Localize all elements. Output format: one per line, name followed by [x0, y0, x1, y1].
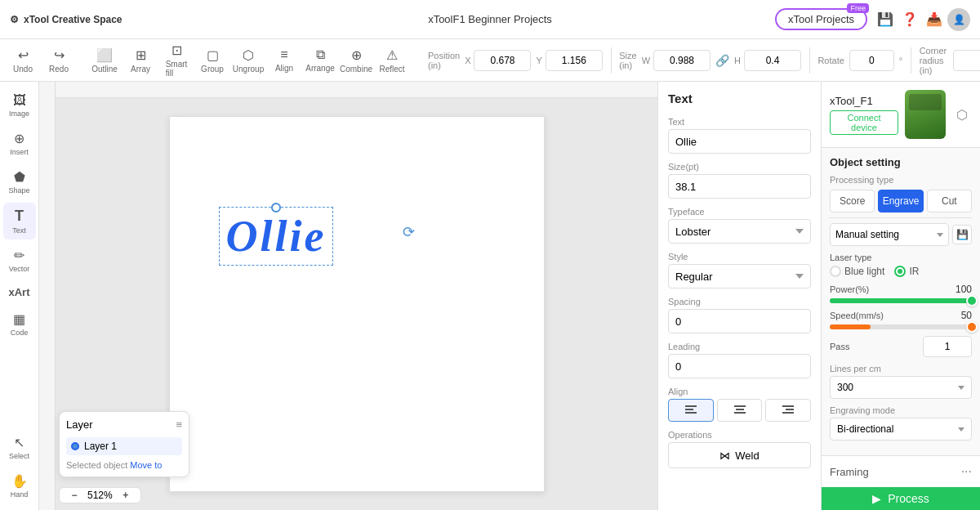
- svg-rect-2: [685, 412, 697, 414]
- lock-icon[interactable]: 🔗: [715, 54, 729, 67]
- lines-per-cm-select[interactable]: 300: [830, 376, 972, 399]
- text-element[interactable]: Ollie: [219, 207, 334, 266]
- sidebar-item-code[interactable]: ▦ Code: [3, 306, 36, 342]
- text-panel: Text Text Size(pt) Typeface Lobster Styl…: [657, 82, 821, 510]
- main-area: 🖼 Image ⊕ Insert ⬟ Shape T Text ✏ Vector…: [0, 82, 980, 510]
- align-right-button[interactable]: [765, 399, 811, 422]
- speed-label-row: Speed(mm/s) 50: [830, 310, 972, 321]
- spacing-input[interactable]: [668, 309, 811, 333]
- size-h-input[interactable]: [744, 50, 801, 71]
- zoom-controls: − 512% +: [59, 487, 141, 503]
- align-left-button[interactable]: [668, 399, 714, 422]
- engraving-mode-dropdown: Bi-directional: [830, 418, 972, 441]
- score-button[interactable]: Score: [830, 190, 875, 212]
- engraving-mode-select[interactable]: Bi-directional: [830, 418, 972, 441]
- connect-device-button[interactable]: Connect device: [830, 110, 898, 135]
- processing-type-label: Processing type: [830, 175, 972, 185]
- typeface-label: Typeface: [668, 207, 811, 217]
- process-button[interactable]: ▶ Process: [822, 487, 980, 510]
- style-select[interactable]: Regular: [668, 264, 811, 289]
- align-button[interactable]: ≡ Align: [268, 44, 301, 76]
- sidebar-item-xart[interactable]: xArt: [3, 281, 36, 303]
- framing-more-button[interactable]: ···: [961, 464, 972, 479]
- pos-y-label: Y: [536, 56, 541, 65]
- power-label: Power(%): [830, 284, 869, 294]
- device-slot: [909, 94, 942, 110]
- help-icon[interactable]: ❓: [898, 8, 921, 31]
- undo-button[interactable]: ↩ Undo: [7, 44, 39, 77]
- redo-button[interactable]: ↪ Redo: [42, 44, 75, 77]
- move-to-link[interactable]: Move to: [130, 460, 162, 470]
- typeface-select[interactable]: Lobster: [668, 219, 811, 244]
- size-w-input[interactable]: [653, 50, 710, 71]
- cut-button[interactable]: Cut: [927, 190, 972, 212]
- smart-fill-button[interactable]: ⊡ Smart fill: [160, 39, 193, 81]
- reflect-button[interactable]: ⚠ Reflect: [376, 44, 408, 77]
- align-center-button[interactable]: [717, 399, 763, 422]
- save-preset-icon-btn[interactable]: ⬡: [952, 105, 972, 124]
- weld-button[interactable]: ⋈ Weld: [668, 442, 811, 468]
- save-setting-button[interactable]: 💾: [952, 225, 972, 244]
- arrange-button[interactable]: ⧉ Arrange: [304, 44, 336, 76]
- zoom-out-button[interactable]: −: [66, 490, 82, 501]
- sidebar-image-label: Image: [9, 110, 29, 118]
- save-icon[interactable]: 💾: [874, 8, 897, 31]
- ir-radio[interactable]: IR: [894, 266, 919, 277]
- sidebar-item-shape[interactable]: ⬟ Shape: [3, 164, 36, 199]
- canvas-paper[interactable]: Ollie ⟳: [169, 116, 545, 492]
- typeface-field-group: Typeface Lobster: [668, 207, 811, 244]
- redo-icon: ↪: [54, 47, 65, 63]
- power-slider-track[interactable]: [830, 298, 972, 303]
- sidebar-item-text[interactable]: T Text: [3, 203, 36, 239]
- pos-x-input[interactable]: [474, 50, 531, 71]
- sidebar-text-label: Text: [12, 226, 26, 235]
- sidebar-item-vector[interactable]: ✏ Vector: [3, 243, 36, 278]
- size-pt-input[interactable]: [668, 174, 811, 199]
- zoom-in-button[interactable]: +: [118, 490, 134, 501]
- svg-rect-4: [736, 409, 744, 410]
- operations-field-group: Operations ⋈ Weld: [668, 430, 811, 468]
- combine-button[interactable]: ⊕ Combine: [340, 44, 372, 77]
- ungroup-button[interactable]: ⬡ Ungroup: [232, 44, 265, 77]
- blue-light-radio[interactable]: Blue light: [830, 266, 884, 277]
- top-bar: ⚙ xTool Creative Space xToolF1 Beginner …: [0, 0, 980, 39]
- speed-slider-thumb[interactable]: [966, 321, 978, 333]
- power-slider-row: Power(%) 100: [830, 284, 972, 303]
- array-button[interactable]: ⊞ Array: [124, 44, 157, 77]
- rotate-input[interactable]: [849, 50, 894, 71]
- pass-input[interactable]: [923, 336, 972, 357]
- svg-rect-8: [782, 412, 794, 414]
- engrave-button[interactable]: Engrave: [878, 190, 923, 212]
- xtool-projects-button[interactable]: xTool Projects Free: [775, 8, 867, 30]
- user-avatar[interactable]: 👤: [947, 8, 970, 31]
- sidebar-vector-label: Vector: [9, 265, 30, 273]
- download-icon[interactable]: 📥: [923, 8, 946, 31]
- lines-per-cm-dropdown: 300: [830, 376, 972, 399]
- layer-header: Layer ≡: [66, 418, 182, 431]
- sidebar-item-hand[interactable]: ✋ Hand: [3, 468, 36, 503]
- pos-y-input[interactable]: [546, 50, 603, 71]
- corner-radius-input[interactable]: [953, 50, 980, 71]
- sidebar-item-select[interactable]: ↖ Select: [3, 430, 36, 465]
- speed-slider-track[interactable]: [830, 324, 972, 329]
- canvas-text-value: Ollie: [226, 212, 327, 261]
- text-panel-title: Text: [668, 92, 811, 105]
- operations-label: Operations: [668, 430, 811, 440]
- group-button[interactable]: ▢ Group: [196, 44, 229, 77]
- power-slider-thumb[interactable]: [966, 295, 978, 306]
- layer-menu-icon[interactable]: ≡: [176, 418, 182, 431]
- layer-item[interactable]: Layer 1: [66, 437, 182, 455]
- text-label: Text: [668, 117, 811, 127]
- setting-select[interactable]: Manual setting: [830, 223, 949, 246]
- canvas-area[interactable]: Ollie ⟳ Layer ≡ Layer 1 Selected object …: [39, 82, 657, 510]
- redo-label: Redo: [49, 65, 69, 74]
- selection-handle-top[interactable]: [271, 203, 281, 212]
- leading-input[interactable]: [668, 354, 811, 378]
- power-slider-fill: [830, 298, 972, 303]
- laser-type-row: Laser type Blue light IR: [830, 253, 972, 277]
- corner-radius-label: Corner radius (in): [920, 46, 948, 75]
- text-input[interactable]: [668, 129, 811, 154]
- outline-button[interactable]: ⬜ Outline: [88, 44, 121, 77]
- sidebar-item-image[interactable]: 🖼 Image: [3, 88, 36, 123]
- sidebar-item-insert[interactable]: ⊕ Insert: [3, 126, 36, 161]
